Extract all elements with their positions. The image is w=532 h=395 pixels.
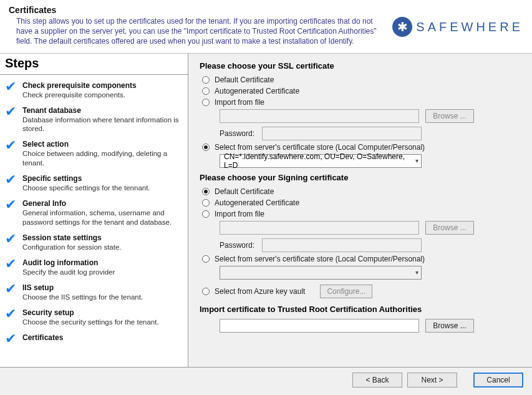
step-title: Audit log information: [22, 258, 184, 267]
signing-radio-store[interactable]: Select from server's certificate store (…: [202, 255, 521, 263]
signing-radio-import[interactable]: Import from file: [202, 210, 521, 218]
signing-radio-azure-label: Select from Azure key vault: [215, 287, 305, 296]
step-desc: Choose specific settings for the tennant…: [22, 183, 184, 193]
step-desc: General information, schema, username an…: [22, 208, 184, 227]
radio-icon: [202, 144, 210, 151]
step-title: Tenant database: [22, 106, 184, 115]
next-button[interactable]: Next >: [407, 373, 457, 388]
ssl-password-label: Password:: [220, 129, 256, 138]
step-title: IIS setup: [22, 283, 184, 292]
ssl-radio-import-label: Import from file: [215, 98, 264, 107]
cancel-button[interactable]: Cancel: [473, 373, 523, 388]
trca-path-input[interactable]: [220, 319, 419, 333]
check-icon: ✔: [5, 283, 19, 302]
steps-sidebar: Steps ✔ Check prerequisite components Ch…: [0, 54, 188, 367]
radio-icon: [202, 210, 210, 218]
signing-password-input: [262, 238, 422, 252]
ssl-store-select[interactable]: CN=*.identify.safewhere.com, OU=Dev, O=S…: [220, 154, 422, 168]
signing-store-select: ▾: [220, 266, 422, 280]
step-item[interactable]: ✔ Check prerequisite components Check pr…: [4, 79, 185, 104]
check-icon: ✔: [5, 258, 19, 277]
signing-radio-store-label: Select from server's certificate store (…: [215, 255, 425, 263]
step-item[interactable]: ✔ Session state settings Configuration f…: [4, 231, 185, 256]
page-description: This step allows you to set up the certi…: [16, 16, 386, 47]
step-title: Check prerequisite components: [22, 81, 184, 90]
check-icon: ✔: [5, 233, 19, 252]
step-title: Security setup: [22, 308, 184, 317]
brand-text: SAFEWHERE: [416, 20, 523, 34]
chevron-down-icon: ▾: [415, 269, 418, 276]
signing-radio-default[interactable]: Default Certificate: [202, 187, 521, 196]
radio-icon: [202, 199, 210, 207]
ssl-radio-default[interactable]: Default Certificate: [202, 76, 521, 84]
radio-icon: [202, 188, 210, 195]
trca-browse-button[interactable]: Browse ...: [425, 319, 474, 333]
step-item[interactable]: ✔ General Info General information, sche…: [4, 197, 185, 231]
wizard-footer: < Back Next > Cancel: [0, 367, 532, 395]
radio-icon: [202, 255, 210, 263]
radio-icon: [202, 76, 210, 84]
ssl-password-input: [262, 127, 422, 140]
brand-logo: ✱ SAFEWHERE: [392, 5, 523, 47]
step-item[interactable]: ✔ Specific settings Choose specific sett…: [4, 172, 185, 197]
azure-configure-button: Configure...: [320, 285, 372, 298]
ssl-radio-default-label: Default Certificate: [215, 76, 274, 84]
check-icon: ✔: [5, 174, 19, 193]
signing-section-title: Please choose your Signing certificate: [200, 173, 521, 182]
check-icon: ✔: [5, 81, 19, 100]
ssl-store-value: CN=*.identify.safewhere.com, OU=Dev, O=S…: [224, 152, 415, 170]
step-title: Select action: [22, 140, 184, 149]
ssl-radio-store-label: Select from server's certificate store (…: [215, 143, 425, 152]
header: Certificates This step allows you to set…: [0, 0, 532, 54]
step-item[interactable]: ✔ IIS setup Choose the IIS settings for …: [4, 281, 185, 306]
signing-password-label: Password:: [220, 241, 256, 250]
step-item[interactable]: ✔ Select action Choice between adding, m…: [4, 137, 185, 172]
steps-list[interactable]: ✔ Check prerequisite components Check pr…: [0, 75, 188, 367]
page-title: Certificates: [9, 5, 386, 15]
check-icon: ✔: [5, 308, 19, 327]
step-title: Certificates: [22, 333, 184, 342]
radio-icon: [202, 87, 210, 95]
step-desc: Choice between adding, modifying, deleti…: [22, 149, 184, 168]
main-panel: Please choose your SSL certificate Defau…: [188, 54, 532, 367]
chevron-down-icon: ▾: [415, 157, 418, 164]
step-title: Session state settings: [22, 233, 184, 242]
signing-radio-default-label: Default Certificate: [215, 187, 274, 196]
ssl-import-path-input: [220, 109, 419, 123]
signing-radio-autogen[interactable]: Autogenerated Certificate: [202, 198, 521, 207]
check-icon: ✔: [5, 106, 19, 134]
signing-radio-autogen-label: Autogenerated Certificate: [215, 198, 299, 207]
trca-section-title: Import certificate to Trusted Root Certi…: [200, 305, 521, 314]
step-item[interactable]: ✔ Security setup Choose the security set…: [4, 306, 185, 331]
step-desc: Configuration for session state.: [22, 243, 184, 252]
signing-radio-azure[interactable]: Select from Azure key vault Configure...: [202, 285, 521, 298]
radio-icon: [202, 99, 210, 106]
step-title: General Info: [22, 199, 184, 208]
step-desc: Specify the audit log provider: [22, 268, 184, 277]
step-desc: Choose the IIS settings for the tenant.: [22, 293, 184, 302]
steps-heading: Steps: [0, 54, 188, 75]
step-item[interactable]: ✔ Certificates: [4, 331, 185, 348]
step-desc: Check prerequisite components.: [22, 90, 184, 100]
ssl-radio-autogen-label: Autogenerated Certificate: [215, 87, 299, 95]
ssl-section-title: Please choose your SSL certificate: [200, 61, 521, 71]
ssl-radio-autogen[interactable]: Autogenerated Certificate: [202, 87, 521, 95]
check-icon: ✔: [5, 140, 19, 168]
radio-icon: [202, 288, 210, 295]
step-title: Specific settings: [22, 174, 184, 183]
signing-browse-button: Browse ...: [425, 221, 474, 235]
step-item[interactable]: ✔ Tenant database Database information w…: [4, 104, 185, 138]
step-item[interactable]: ✔ Audit log information Specify the audi…: [4, 256, 185, 281]
ssl-radio-store[interactable]: Select from server's certificate store (…: [202, 143, 521, 152]
ssl-browse-button: Browse ...: [425, 109, 474, 123]
step-desc: Choose the security settings for the ten…: [22, 318, 184, 327]
back-button[interactable]: < Back: [352, 373, 402, 388]
check-icon: ✔: [5, 333, 19, 344]
ssl-radio-import[interactable]: Import from file: [202, 98, 521, 107]
signing-import-path-input: [220, 221, 419, 235]
check-icon: ✔: [5, 199, 19, 227]
signing-radio-import-label: Import from file: [215, 210, 264, 218]
step-desc: Database information where tenant inform…: [22, 115, 184, 134]
safewhere-icon: ✱: [392, 17, 412, 37]
